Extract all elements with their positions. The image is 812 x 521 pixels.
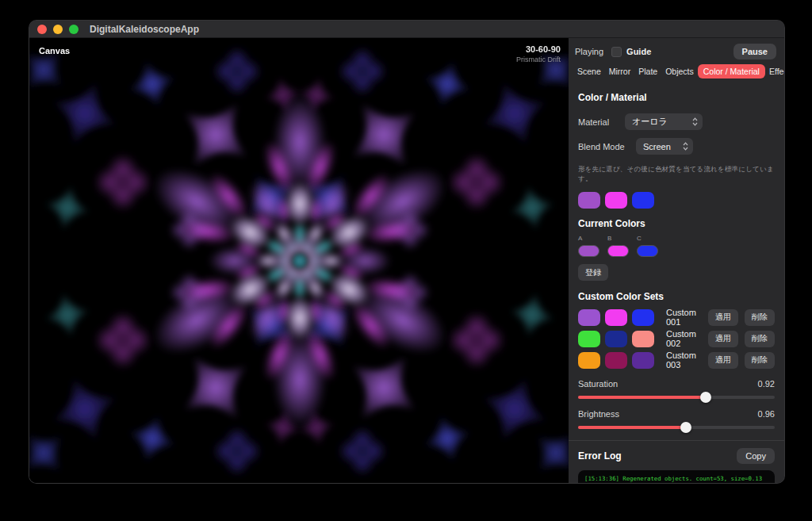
brightness-slider[interactable] (578, 426, 775, 429)
copy-log-button[interactable]: Copy (737, 448, 775, 464)
workflow-hint: 形を先に選び、その後に色材質を当てる流れを標準にしています。 (578, 165, 775, 184)
custom-set-row: Custom 003 適用 削除 (578, 351, 775, 370)
canvas-overlay: 30-60-90 Prismatic Drift (516, 44, 561, 63)
material-label: Material (578, 117, 621, 127)
material-select[interactable]: オーロラ (625, 113, 703, 130)
set1-swatch-1 (578, 309, 600, 326)
mirror-angle-readout: 30-60-90 (516, 44, 561, 54)
guide-label: Guide (626, 47, 651, 56)
set1-swatch-3 (632, 309, 654, 326)
set1-delete-button[interactable]: 削除 (745, 309, 775, 326)
title-bar[interactable]: DigitalKaleidoscopeApp (29, 21, 784, 38)
tab-bar: Scene Mirror Plate Objects Color / Mater… (569, 63, 784, 82)
current-colors-row: A B C (578, 235, 775, 257)
set3-delete-button[interactable]: 削除 (745, 352, 775, 369)
pause-button[interactable]: Pause (733, 44, 776, 59)
log-entry: [15:13:29] Regenerated objects. count=67… (584, 482, 768, 484)
custom-sets-heading: Custom Color Sets (578, 291, 775, 302)
brightness-value: 0.96 (758, 409, 775, 419)
palette-row (578, 192, 775, 209)
guide-checkbox[interactable] (611, 47, 622, 57)
transport-row: Playing Guide Pause (569, 38, 784, 63)
chevron-updown-icon (683, 142, 688, 151)
set3-swatch-1 (578, 352, 600, 369)
brightness-slider-thumb[interactable] (680, 422, 691, 433)
set1-name: Custom 001 (666, 308, 702, 327)
slot-c-label: C (637, 235, 658, 242)
set1-swatch-2 (605, 309, 627, 326)
custom-set-row: Custom 001 適用 削除 (578, 308, 775, 327)
minimize-button[interactable] (53, 25, 63, 34)
current-color-c[interactable] (637, 245, 658, 257)
traffic-lights (37, 25, 79, 34)
scene-name-readout: Prismatic Drift (516, 56, 561, 63)
register-button[interactable]: 登録 (578, 264, 608, 281)
panel-heading: Color / Material (578, 92, 775, 103)
set2-name: Custom 002 (666, 329, 702, 348)
set2-swatch-2 (605, 331, 627, 347)
current-color-a[interactable] (578, 245, 599, 257)
set3-apply-button[interactable]: 適用 (708, 352, 738, 369)
palette-swatch-b[interactable] (605, 192, 627, 209)
close-button[interactable] (37, 25, 47, 34)
set2-swatch-1 (578, 331, 600, 347)
set3-name: Custom 003 (666, 351, 702, 370)
tab-mirror[interactable]: Mirror (605, 65, 634, 78)
tab-color-material[interactable]: Color / Material (698, 64, 765, 79)
window-title: DigitalKaleidoscopeApp (90, 24, 199, 35)
kaleidoscope-art (29, 38, 569, 484)
canvas-viewport[interactable]: Canvas 30-60-90 Prismatic Drift (29, 38, 569, 484)
playing-status: Playing (575, 47, 603, 56)
saturation-slider-thumb[interactable] (700, 392, 711, 403)
error-log-output[interactable]: [15:13:36] Regenerated objects. count=53… (578, 470, 775, 484)
saturation-slider[interactable] (578, 396, 775, 399)
set2-delete-button[interactable]: 削除 (745, 331, 775, 347)
blend-mode-select[interactable]: Screen (636, 138, 693, 155)
zoom-button[interactable] (69, 25, 79, 34)
tab-objects[interactable]: Objects (661, 65, 698, 78)
blend-mode-label: Blend Mode (578, 142, 632, 151)
current-color-b[interactable] (607, 245, 629, 257)
log-entry: [15:13:36] Regenerated objects. count=53… (584, 475, 768, 482)
error-log-heading: Error Log (578, 450, 622, 462)
set3-swatch-2 (605, 352, 627, 369)
palette-swatch-a[interactable] (578, 192, 600, 209)
saturation-value: 0.92 (758, 379, 775, 389)
app-window: DigitalKaleidoscopeApp (29, 20, 785, 484)
set2-swatch-3 (632, 331, 654, 347)
set1-apply-button[interactable]: 適用 (708, 309, 738, 326)
current-colors-heading: Current Colors (578, 218, 775, 229)
set2-apply-button[interactable]: 適用 (708, 331, 738, 347)
material-value: オーロラ (632, 116, 686, 128)
tab-plate[interactable]: Plate (634, 65, 661, 78)
slot-b-label: B (607, 235, 629, 242)
custom-set-row: Custom 002 適用 削除 (578, 329, 775, 348)
section-divider (569, 440, 784, 441)
tab-scene[interactable]: Scene (573, 65, 605, 78)
blend-mode-value: Screen (643, 142, 676, 151)
brightness-label: Brightness (578, 409, 619, 419)
control-panel: Playing Guide Pause Scene Mirror Plate O… (569, 38, 784, 484)
slot-a-label: A (578, 235, 599, 242)
canvas-label: Canvas (39, 46, 70, 56)
palette-swatch-c[interactable] (632, 192, 654, 209)
tab-effects[interactable]: Effects (765, 65, 785, 78)
set3-swatch-3 (632, 352, 654, 369)
saturation-label: Saturation (578, 379, 618, 389)
chevron-updown-icon (692, 117, 698, 126)
